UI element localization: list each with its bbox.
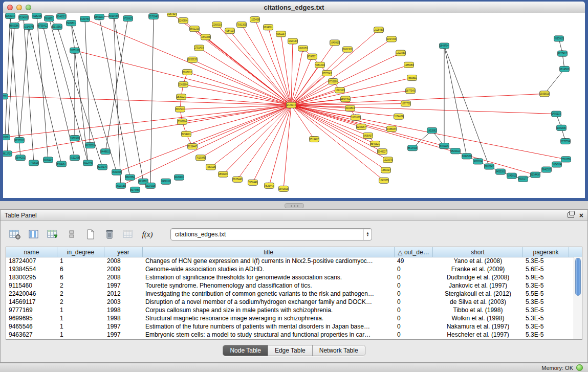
graph-node[interactable]: 3216804 bbox=[345, 105, 355, 111]
graph-node[interactable]: 8602086 bbox=[10, 23, 19, 29]
graph-node[interactable]: 1004514 bbox=[552, 162, 562, 167]
network-table-select[interactable]: citations_edges.txt▲▼ bbox=[170, 228, 372, 240]
tab-edge-table[interactable]: Edge Table bbox=[268, 345, 313, 356]
close-panel-icon[interactable]: × bbox=[579, 212, 583, 218]
scrollbar-thumb[interactable] bbox=[575, 258, 581, 296]
graph-node[interactable]: 8130764 bbox=[80, 16, 90, 22]
graph-node[interactable]: 8573046 bbox=[149, 14, 159, 19]
graph-node[interactable]: 9155331 bbox=[15, 138, 25, 143]
network-canvas[interactable]: 1724073905407385240019118205760885190463… bbox=[3, 13, 585, 198]
graph-node[interactable]: 9046321 bbox=[57, 14, 67, 19]
graph-node[interactable]: 1864461 bbox=[341, 96, 351, 102]
graph-node[interactable]: 8910437 bbox=[109, 13, 119, 19]
graph-node[interactable]: 9154408 bbox=[531, 172, 540, 178]
graph-node[interactable]: 7850831 bbox=[407, 75, 417, 81]
graph-node[interactable]: 9598121 bbox=[308, 54, 317, 59]
graph-node[interactable]: 1221075 bbox=[383, 157, 393, 163]
graph-node[interactable]: 1724073 bbox=[287, 102, 296, 108]
graph-node[interactable]: 4184107 bbox=[225, 28, 235, 34]
graph-node[interactable]: 9905134 bbox=[43, 157, 53, 163]
panel-resize-handle[interactable] bbox=[285, 203, 304, 208]
table-row[interactable]: 911546021997Tourette syndrome. Phenomeno… bbox=[6, 281, 574, 290]
table-row[interactable]: 1938455462009Genome-wide association stu… bbox=[6, 265, 574, 273]
rows-icon[interactable] bbox=[64, 228, 79, 241]
table-row[interactable]: 2242004622012Investigating the contribut… bbox=[6, 290, 574, 298]
graph-node[interactable]: 9054073 bbox=[6, 13, 15, 19]
graph-node[interactable]: 2260033 bbox=[212, 22, 222, 28]
graph-node[interactable]: 1519407 bbox=[310, 137, 319, 142]
graph-node[interactable]: 1154469 bbox=[394, 114, 404, 119]
table-row[interactable]: 1456911722003Disruption of a novel membe… bbox=[6, 298, 574, 306]
graph-node[interactable]: 1595815 bbox=[540, 91, 550, 97]
column-header-title[interactable]: title bbox=[143, 247, 395, 257]
graph-node[interactable]: 8791906 bbox=[440, 143, 449, 149]
graph-node[interactable]: 8234179 bbox=[98, 164, 107, 170]
graph-node[interactable]: 1081330 bbox=[557, 125, 567, 130]
graph-node[interactable]: 1626153 bbox=[298, 46, 308, 51]
graph-node[interactable]: 9565201 bbox=[95, 14, 104, 20]
graph-node[interactable]: 7608851 bbox=[45, 16, 54, 21]
columns-icon[interactable] bbox=[27, 228, 41, 241]
table-row[interactable]: 977716911998Corpus callosum shape and si… bbox=[6, 306, 574, 314]
graph-node[interactable]: 1953582 bbox=[427, 127, 437, 133]
network-window-titlebar[interactable]: citations_edges.txt bbox=[3, 2, 585, 13]
graph-node[interactable]: 5049327 bbox=[378, 149, 387, 155]
graph-node[interactable]: 5581204 bbox=[315, 62, 325, 68]
graph-node[interactable]: 7905871 bbox=[67, 20, 76, 26]
graph-node[interactable]: 7254401 bbox=[182, 131, 191, 137]
graph-node[interactable]: 9245012 bbox=[507, 173, 517, 179]
graph-node[interactable]: 1653128 bbox=[188, 57, 198, 62]
tab-node-table[interactable]: Node Table bbox=[223, 345, 268, 356]
graph-node[interactable]: 9214574 bbox=[24, 24, 34, 30]
graph-node[interactable]: 9152208 bbox=[70, 155, 80, 161]
graph-node[interactable]: 1247055 bbox=[379, 178, 389, 183]
column-header-name[interactable]: name bbox=[6, 247, 57, 257]
graph-node[interactable]: 8908112 bbox=[161, 179, 171, 184]
graph-node[interactable]: 9520112 bbox=[451, 148, 461, 154]
graph-node[interactable]: 3067210 bbox=[176, 106, 185, 112]
graph-node[interactable]: 9641003 bbox=[112, 169, 122, 175]
zoom-window-button[interactable] bbox=[26, 5, 31, 10]
close-window-button[interactable] bbox=[7, 5, 13, 10]
graph-node[interactable]: 2361184 bbox=[179, 82, 188, 87]
graph-node[interactable]: 1077751 bbox=[401, 101, 411, 106]
table-row[interactable]: 1830029562008Estimation of significance … bbox=[6, 273, 574, 281]
graph-node[interactable]: 7625440 bbox=[233, 177, 243, 182]
graph-node[interactable]: 1770554 bbox=[561, 139, 571, 144]
graph-node[interactable]: 3067213 bbox=[183, 69, 192, 75]
graph-node[interactable]: 3220147 bbox=[288, 38, 298, 44]
graph-node[interactable]: 5495437 bbox=[363, 133, 373, 138]
graph-node[interactable]: 1694091 bbox=[264, 25, 273, 30]
import-table-icon[interactable] bbox=[46, 228, 60, 241]
column-header-short[interactable]: short bbox=[433, 247, 523, 257]
graph-node[interactable]: 1221039 bbox=[396, 50, 406, 56]
graph-node[interactable]: 8812710 bbox=[3, 151, 12, 157]
minimize-window-button[interactable] bbox=[16, 5, 22, 10]
graph-node[interactable]: 8455067 bbox=[57, 161, 67, 167]
function-builder-icon[interactable]: f(x) bbox=[140, 228, 155, 241]
graph-node[interactable]: 1640910 bbox=[330, 40, 340, 46]
graph-node[interactable]: 1125438 bbox=[250, 17, 260, 23]
graph-node[interactable]: 1485937 bbox=[387, 126, 397, 132]
graph-node[interactable]: 9730915 bbox=[123, 16, 133, 21]
graph-node[interactable]: 2187314 bbox=[167, 13, 177, 17]
graph-node[interactable]: 2204967 bbox=[357, 124, 366, 129]
graph-node[interactable]: 8314520 bbox=[462, 154, 472, 159]
graph-node[interactable]: 1042113 bbox=[335, 87, 345, 93]
graph-node[interactable]: 7625443 bbox=[265, 183, 274, 188]
graph-node[interactable]: 8524001 bbox=[19, 15, 29, 20]
table-row[interactable]: 946362711997Embryonic stem cells: a mode… bbox=[6, 331, 574, 339]
graph-node[interactable]: 6751189 bbox=[329, 79, 338, 84]
graph-node[interactable]: 6961301 bbox=[343, 47, 353, 52]
graph-node[interactable]: 6601215 bbox=[190, 26, 200, 32]
table-scrollbar[interactable] bbox=[574, 257, 582, 339]
graph-node[interactable]: 2751403 bbox=[194, 45, 204, 51]
graph-node[interactable]: 8635520 bbox=[85, 143, 95, 148]
tab-network-table[interactable]: Network Table bbox=[313, 345, 365, 356]
graph-node[interactable]: 8630177 bbox=[518, 176, 528, 182]
table-settings-icon[interactable] bbox=[8, 228, 22, 241]
graph-node[interactable]: 1450133 bbox=[552, 111, 561, 117]
graph-node[interactable]: 9227413 bbox=[558, 51, 568, 56]
graph-node[interactable]: 1814503 bbox=[560, 66, 570, 72]
graph-node[interactable]: 1485083 bbox=[404, 62, 414, 68]
